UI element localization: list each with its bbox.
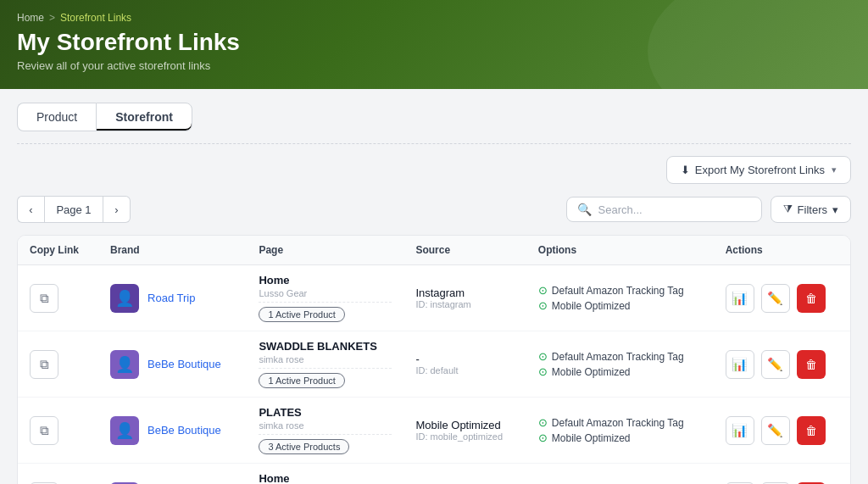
page-cell: PLATES simka rose 3 Active Products: [259, 406, 392, 454]
copy-link-button[interactable]: ⧉: [30, 416, 58, 445]
edit-button[interactable]: ✏️: [761, 284, 790, 313]
tab-bar: Product Storefront: [17, 103, 851, 131]
brand-avatar: 👤: [110, 350, 139, 379]
page-name: PLATES: [259, 406, 392, 419]
brand-link[interactable]: BeBe Boutique: [147, 358, 221, 370]
tab-product[interactable]: Product: [17, 103, 96, 131]
check-icon: ⊙: [538, 416, 548, 429]
breadcrumb-current: Storefront Links: [60, 12, 131, 24]
export-button[interactable]: ⬇ Export My Storefront Links ▾: [666, 156, 851, 184]
brand-cell: 👤 BeBe Boutique: [110, 416, 235, 445]
tab-storefront[interactable]: Storefront: [96, 103, 192, 131]
page-subtitle: Review all of your active storefront lin…: [17, 59, 851, 72]
check-icon: ⊙: [538, 299, 548, 312]
source-cell: Mobile Optimized ID: mobile_optimized: [415, 419, 514, 442]
breadcrumb-home[interactable]: Home: [17, 12, 44, 24]
source-id: ID: default: [415, 365, 514, 376]
analytics-button[interactable]: 📊: [726, 350, 754, 379]
edit-button[interactable]: ✏️: [761, 416, 790, 445]
search-input[interactable]: [598, 203, 751, 216]
source-name: -: [415, 353, 514, 365]
analytics-button[interactable]: 📊: [726, 284, 754, 313]
source-cell: - ID: default: [415, 353, 514, 376]
breadcrumb: Home > Storefront Links: [17, 12, 851, 24]
brand-avatar: 👤: [110, 416, 139, 445]
active-badge: 1 Active Product: [259, 373, 345, 388]
option-tracking: ⊙ Default Amazon Tracking Tag: [538, 350, 702, 363]
filters-label: Filters: [798, 203, 827, 216]
page-header: Home > Storefront Links My Storefront Li…: [0, 0, 868, 89]
toolbar: ⬇ Export My Storefront Links ▾: [17, 156, 851, 184]
page-cell: Home simka rose 14 Active Products: [259, 472, 392, 484]
source-name: Mobile Optimized: [415, 419, 514, 431]
data-table: Copy Link Brand Page Source Options Acti…: [18, 236, 850, 484]
page-name: Home: [259, 274, 392, 287]
copy-link-button[interactable]: ⧉: [30, 350, 58, 379]
option-tracking-label: Default Amazon Tracking Tag: [552, 285, 684, 297]
brand-avatar: 👤: [110, 284, 139, 313]
delete-button[interactable]: 🗑: [797, 284, 826, 313]
table-row: ⧉ 👤 BeBe Boutique Home simka rose 14 Act…: [18, 464, 850, 485]
search-box: 🔍: [566, 197, 762, 222]
page-sub: Lusso Gear: [259, 288, 392, 303]
page-sub: simka rose: [259, 420, 392, 435]
edit-button[interactable]: ✏️: [761, 350, 790, 379]
col-page: Page: [247, 236, 403, 265]
prev-page-button[interactable]: ‹: [17, 196, 44, 223]
check-icon: ⊙: [538, 431, 548, 444]
main-content: Product Storefront ⬇ Export My Storefron…: [0, 89, 868, 484]
page-title: My Storefront Links: [17, 29, 851, 56]
check-icon: ⊙: [538, 350, 548, 363]
filters-button[interactable]: ⧩ Filters ▾: [771, 196, 851, 223]
option-mobile-label: Mobile Optimized: [552, 432, 631, 444]
active-badge: 1 Active Product: [259, 307, 345, 322]
option-mobile-label: Mobile Optimized: [552, 366, 631, 378]
source-cell: Instagram ID: instagram: [415, 287, 514, 309]
chevron-down-icon: ▾: [832, 164, 837, 175]
copy-link-button[interactable]: ⧉: [30, 284, 58, 313]
option-mobile-label: Mobile Optimized: [552, 300, 631, 312]
option-mobile: ⊙ Mobile Optimized: [538, 365, 702, 378]
table-row: ⧉ 👤 Road Trip Home Lusso Gear 1 Active P…: [18, 265, 850, 331]
option-tracking: ⊙ Default Amazon Tracking Tag: [538, 416, 702, 429]
pagination: ‹ Page 1 ›: [17, 196, 131, 223]
table-row: ⧉ 👤 BeBe Boutique PLATES simka rose 3 Ac…: [18, 398, 850, 464]
next-page-button[interactable]: ›: [103, 196, 131, 223]
export-label: Export My Storefront Links: [695, 164, 825, 176]
col-source: Source: [403, 236, 526, 265]
brand-cell: 👤 Road Trip: [110, 284, 235, 313]
search-filter-group: 🔍 ⧩ Filters ▾: [566, 196, 851, 223]
brand-cell: 👤 BeBe Boutique: [110, 350, 235, 379]
option-tracking: ⊙ Default Amazon Tracking Tag: [538, 284, 702, 297]
filter-icon: ⧩: [783, 203, 793, 216]
options-cell: ⊙ Default Amazon Tracking Tag ⊙ Mobile O…: [538, 284, 702, 312]
col-actions: Actions: [714, 236, 850, 265]
action-cell: 📊 ✏️ 🗑: [726, 284, 838, 313]
source-id: ID: mobile_optimized: [415, 431, 514, 442]
check-icon: ⊙: [538, 365, 548, 378]
brand-link[interactable]: BeBe Boutique: [147, 424, 221, 437]
check-icon: ⊙: [538, 284, 548, 297]
option-tracking-label: Default Amazon Tracking Tag: [552, 351, 684, 363]
analytics-button[interactable]: 📊: [726, 416, 754, 445]
option-mobile: ⊙ Mobile Optimized: [538, 431, 702, 444]
section-divider: [17, 143, 851, 144]
filter-chevron-icon: ▾: [832, 203, 838, 216]
page-cell: Home Lusso Gear 1 Active Product: [259, 274, 392, 322]
page-sub: simka rose: [259, 354, 392, 369]
brand-link[interactable]: Road Trip: [147, 292, 195, 304]
options-cell: ⊙ Default Amazon Tracking Tag ⊙ Mobile O…: [538, 416, 702, 444]
col-copy-link: Copy Link: [18, 236, 98, 265]
option-tracking-label: Default Amazon Tracking Tag: [552, 417, 684, 429]
storefront-table: Copy Link Brand Page Source Options Acti…: [17, 235, 851, 484]
search-icon: 🔍: [577, 203, 592, 216]
delete-button[interactable]: 🗑: [797, 416, 826, 445]
delete-button[interactable]: 🗑: [797, 350, 826, 379]
active-badge: 3 Active Products: [259, 439, 349, 454]
option-mobile: ⊙ Mobile Optimized: [538, 299, 702, 312]
table-row: ⧉ 👤 BeBe Boutique SWADDLE BLANKETS simka…: [18, 331, 850, 398]
page-name: Home: [259, 472, 392, 484]
page-name: SWADDLE BLANKETS: [259, 340, 392, 353]
pagination-search-row: ‹ Page 1 › 🔍 ⧩ Filters ▾: [17, 196, 851, 223]
options-cell: ⊙ Default Amazon Tracking Tag ⊙ Mobile O…: [538, 350, 702, 378]
